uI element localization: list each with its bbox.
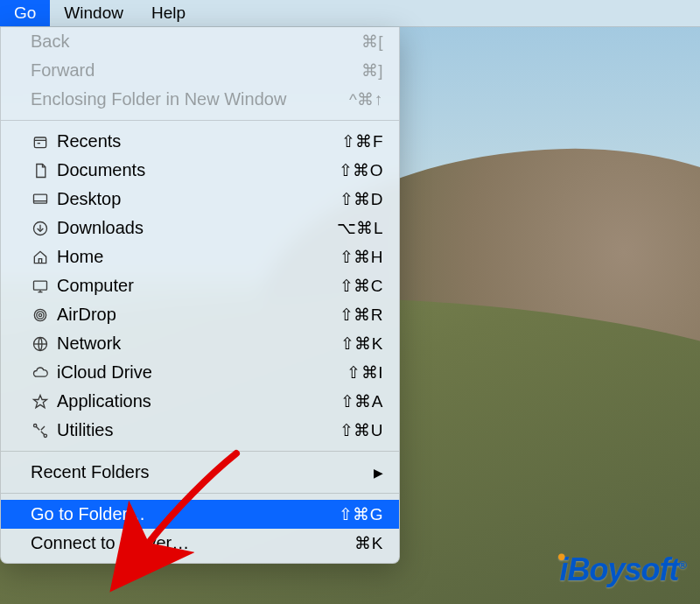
menubar-item-help[interactable]: Help [137, 0, 200, 26]
menu-shortcut: ⇧⌘H [340, 247, 383, 267]
downloads-icon [31, 219, 50, 238]
watermark-dot-icon: • [557, 544, 564, 570]
svg-point-5 [37, 311, 44, 318]
menu-shortcut: ⌘[ [361, 32, 383, 52]
svg-rect-1 [34, 194, 47, 203]
menu-item-computer[interactable]: Computer ⇧⌘C [1, 271, 399, 300]
watermark-registered: ® [678, 558, 686, 572]
submenu-arrow-icon: ▶ [374, 466, 384, 480]
svg-point-4 [38, 313, 41, 316]
menu-label: Network [57, 334, 340, 354]
menu-item-desktop[interactable]: Desktop ⇧⌘D [1, 185, 399, 214]
computer-icon [31, 277, 50, 296]
desktop-icon [31, 190, 50, 209]
menu-shortcut: ⇧⌘U [340, 420, 383, 440]
menu-shortcut: ⇧⌘R [340, 305, 383, 325]
menu-label: Documents [57, 160, 339, 180]
cloud-icon [31, 363, 50, 383]
menu-shortcut: ⇧⌘K [340, 334, 383, 354]
menu-label: Applications [57, 391, 340, 411]
home-icon [31, 248, 50, 267]
menu-item-network[interactable]: Network ⇧⌘K [1, 329, 399, 358]
menu-separator [1, 493, 399, 494]
menu-item-go-to-folder[interactable]: Go to Folder… ⇧⌘G [1, 500, 399, 529]
menu-label: Enclosing Folder in New Window [31, 89, 349, 109]
menu-item-documents[interactable]: Documents ⇧⌘O [1, 156, 399, 185]
menu-label: Downloads [57, 218, 337, 238]
svg-point-8 [34, 424, 37, 426]
desktop-background: Go Window Help Back ⌘[ Forward ⌘] Enclos… [0, 0, 700, 604]
recents-icon [31, 132, 50, 151]
documents-icon [31, 161, 50, 180]
menu-shortcut: ⌥⌘L [337, 218, 383, 238]
menu-shortcut: ⇧⌘O [339, 160, 383, 180]
watermark-text: iBoysoft [559, 551, 678, 587]
menu-item-recent-folders[interactable]: Recent Folders ▶ [1, 458, 399, 487]
menu-label: Back [31, 32, 361, 52]
utilities-icon [31, 421, 50, 440]
menu-shortcut: ⇧⌘D [340, 189, 383, 209]
airdrop-icon [31, 306, 50, 325]
menubar-item-window[interactable]: Window [50, 0, 137, 26]
menu-item-home[interactable]: Home ⇧⌘H [1, 242, 399, 271]
menu-label: Desktop [57, 189, 340, 209]
menu-shortcut: ⌘K [354, 533, 383, 553]
svg-rect-3 [34, 281, 47, 290]
menu-item-forward: Forward ⌘] [1, 56, 399, 85]
menu-label: iCloud Drive [57, 362, 346, 383]
menu-label: Utilities [57, 420, 340, 440]
menu-label: Forward [31, 60, 361, 81]
svg-rect-0 [34, 137, 46, 148]
watermark-logo: •iBoysoft® [552, 551, 686, 588]
menu-item-utilities[interactable]: Utilities ⇧⌘U [1, 416, 399, 445]
menu-item-back: Back ⌘[ [1, 27, 399, 56]
menu-item-applications[interactable]: Applications ⇧⌘A [1, 387, 399, 416]
menu-label: Connect to Server… [31, 533, 354, 553]
menu-shortcut: ^⌘↑ [349, 89, 383, 109]
menu-shortcut: ⇧⌘G [339, 504, 383, 524]
menu-item-recents[interactable]: Recents ⇧⌘F [1, 127, 399, 156]
menubar-item-go[interactable]: Go [0, 0, 50, 26]
menu-item-icloud-drive[interactable]: iCloud Drive ⇧⌘I [1, 358, 399, 387]
menu-item-downloads[interactable]: Downloads ⌥⌘L [1, 214, 399, 242]
menu-separator [1, 451, 399, 452]
menu-item-enclosing-folder: Enclosing Folder in New Window ^⌘↑ [1, 85, 399, 114]
menu-item-connect-to-server[interactable]: Connect to Server… ⌘K [1, 529, 399, 558]
menu-label: Go to Folder… [31, 504, 339, 524]
menu-separator [1, 120, 399, 121]
network-icon [31, 334, 50, 354]
go-menu-dropdown: Back ⌘[ Forward ⌘] Enclosing Folder in N… [0, 27, 400, 564]
menu-shortcut: ⇧⌘C [340, 276, 383, 296]
menu-label: Home [57, 247, 340, 267]
menu-shortcut: ⌘] [361, 60, 383, 81]
menu-label: AirDrop [57, 305, 340, 325]
menu-shortcut: ⇧⌘A [340, 391, 383, 411]
menu-shortcut: ⇧⌘F [341, 131, 383, 151]
menu-label: Computer [57, 276, 340, 296]
applications-icon [31, 392, 50, 411]
menu-label: Recent Folders [31, 462, 374, 482]
menu-label: Recents [57, 131, 341, 151]
svg-point-9 [44, 434, 46, 437]
menu-shortcut: ⇧⌘I [346, 362, 383, 383]
menu-item-airdrop[interactable]: AirDrop ⇧⌘R [1, 300, 399, 329]
menubar: Go Window Help [0, 0, 700, 27]
